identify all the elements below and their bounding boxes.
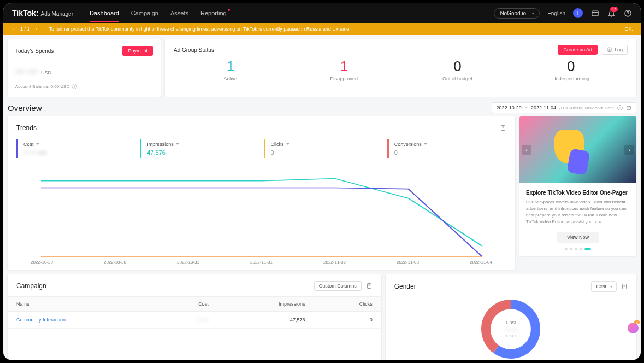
- donut-unit: USD: [505, 333, 517, 338]
- main-nav: Dashboard Campaign Assets Reporting: [90, 10, 227, 16]
- brand-sub: Ads Manager: [41, 11, 73, 17]
- chevron-down-icon: [36, 143, 39, 147]
- date-to: 2022-11-04: [531, 105, 556, 110]
- status-underperforming-value: 0: [514, 58, 628, 75]
- status-disapproved-value: 1: [287, 58, 401, 75]
- top-bar: TikTok: Ads Manager Dashboard Campaign A…: [3, 3, 641, 23]
- svg-point-2: [628, 15, 628, 15]
- donut-value: — —: [505, 326, 517, 332]
- export-icon[interactable]: [366, 283, 373, 289]
- banner-ok-button[interactable]: OK.: [624, 26, 633, 32]
- nav-assets[interactable]: Assets: [170, 10, 188, 16]
- xaxis-label: 2022-10-29: [31, 260, 53, 265]
- metric-cost-value: — —: [23, 149, 36, 155]
- promo-image: ‹ ›: [519, 116, 636, 183]
- campaign-link[interactable]: Community Interaction: [16, 317, 66, 323]
- log-icon: [607, 47, 612, 52]
- export-icon[interactable]: [500, 125, 506, 131]
- metric-cost[interactable]: Cost — — USD: [16, 139, 135, 158]
- date-range-picker[interactable]: 2022-10-29 ~ 2022-11-04 (UTC-05:00) New …: [492, 102, 636, 113]
- status-active-value: 1: [174, 58, 287, 75]
- help-icon[interactable]: [623, 9, 632, 17]
- banner-next-icon[interactable]: ›: [33, 26, 39, 32]
- status-outofbudget[interactable]: 0 Out of budget: [401, 58, 515, 81]
- account-selector[interactable]: NoGood.io: [494, 8, 540, 19]
- todays-spends-title: Today's Spends: [15, 48, 54, 54]
- floating-help-button[interactable]: 3: [628, 323, 639, 333]
- todays-spends-card: Today's Spends Payment — — USD Account B…: [8, 39, 161, 97]
- notif-badge: 17: [610, 7, 618, 12]
- language-selector[interactable]: English: [547, 10, 565, 16]
- metric-clicks-label: Clicks: [271, 142, 284, 147]
- table-row[interactable]: Community Interaction — — 47,576 0: [8, 312, 381, 329]
- banner-pagination: 1 / 1: [20, 26, 30, 32]
- metric-conversions[interactable]: Conversions 0: [387, 139, 506, 158]
- custom-columns-button[interactable]: Custom Columns: [314, 281, 362, 291]
- tz-info-icon[interactable]: i: [617, 105, 623, 110]
- status-active[interactable]: 1 Active: [174, 58, 287, 81]
- xaxis-label: 2022-10-30: [104, 260, 126, 265]
- metric-cost-suffix: USD: [38, 150, 47, 155]
- carousel-dots[interactable]: [526, 248, 630, 250]
- metric-impressions-label: Impressions: [147, 142, 174, 147]
- log-button[interactable]: Log: [602, 45, 628, 55]
- gender-donut-chart: Cost — — USD: [394, 296, 628, 360]
- status-disapproved-label: Disapproved: [287, 76, 401, 81]
- chart-xaxis: 2022-10-29 2022-10-30 2022-10-31 2022-11…: [16, 260, 506, 265]
- view-now-button[interactable]: View Now: [557, 232, 599, 243]
- nav-campaign[interactable]: Campaign: [131, 10, 158, 16]
- campaign-card: Campaign Custom Columns Name Cost Impres…: [8, 274, 381, 360]
- carousel-next-icon[interactable]: ›: [624, 145, 634, 155]
- metric-conversions-label: Conversions: [394, 142, 422, 147]
- col-cost[interactable]: Cost: [154, 297, 217, 312]
- create-ad-button[interactable]: Create an Ad: [558, 45, 598, 55]
- metric-impressions[interactable]: Impressions 47,576: [140, 139, 259, 158]
- spend-currency: USD: [41, 70, 51, 75]
- banner-prev-icon[interactable]: ‹: [11, 26, 17, 32]
- status-underperforming-label: Underperforming: [514, 76, 628, 81]
- col-clicks[interactable]: Clicks: [314, 297, 381, 312]
- status-active-label: Active: [174, 76, 287, 81]
- account-balance-label: Account Balance: 0.00 USD: [15, 84, 69, 89]
- xaxis-label: 2022-11-03: [397, 260, 419, 265]
- metric-clicks[interactable]: Clicks 0: [264, 139, 383, 158]
- promo-title: Explore TikTok Video Editor One-Pager: [526, 190, 630, 196]
- date-from: 2022-10-29: [497, 105, 522, 110]
- notice-banner: ‹ 1 / 1 › To further protect the TikTok …: [3, 23, 641, 35]
- chevron-down-icon: [424, 143, 427, 147]
- metric-cost-label: Cost: [23, 142, 34, 147]
- overview-header: Overview 2022-10-29 ~ 2022-11-04 (UTC-05…: [3, 97, 641, 116]
- info-icon[interactable]: i: [72, 84, 77, 89]
- timezone-label: (UTC-05:00) New York Time: [559, 106, 614, 110]
- bell-icon[interactable]: 17: [607, 9, 616, 17]
- donut-label: Cost: [505, 320, 517, 325]
- row-cost: — —: [197, 317, 209, 323]
- status-underperforming[interactable]: 0 Underperforming: [514, 58, 628, 81]
- col-impressions[interactable]: Impressions: [217, 297, 314, 312]
- avatar[interactable]: I: [573, 8, 583, 18]
- campaign-table: Name Cost Impressions Clicks Community I…: [8, 296, 381, 329]
- inbox-icon[interactable]: [590, 9, 599, 17]
- nav-reporting[interactable]: Reporting: [200, 10, 227, 16]
- gender-metric-selector[interactable]: Cost: [591, 281, 617, 292]
- export-icon[interactable]: [621, 283, 628, 290]
- calendar-icon: [626, 105, 631, 110]
- status-disapproved[interactable]: 1 Disapproved: [287, 58, 401, 81]
- gender-card: Gender Cost Cost — — USD: [386, 274, 636, 360]
- trends-card: Trends Cost — — USD Impressions 47,576: [8, 116, 515, 270]
- brand-main: TikTok:: [12, 9, 39, 17]
- trends-title: Trends: [16, 124, 37, 132]
- tilde-icon: ~: [525, 105, 528, 110]
- campaign-title: Campaign: [16, 282, 46, 290]
- overview-title: Overview: [8, 103, 42, 113]
- payment-button[interactable]: Payment: [122, 46, 153, 56]
- nav-dashboard[interactable]: Dashboard: [90, 10, 119, 16]
- carousel-prev-icon[interactable]: ‹: [522, 145, 531, 155]
- status-outofbudget-value: 0: [401, 58, 515, 75]
- col-name[interactable]: Name: [8, 297, 154, 312]
- floating-help-badge: 3: [634, 320, 640, 324]
- trends-chart: [16, 165, 506, 257]
- spend-value: — —: [15, 66, 38, 77]
- row-clicks: 0: [314, 312, 381, 329]
- ad-group-status-card: Ad Group Status Create an Ad Log 1 Activ…: [165, 39, 636, 97]
